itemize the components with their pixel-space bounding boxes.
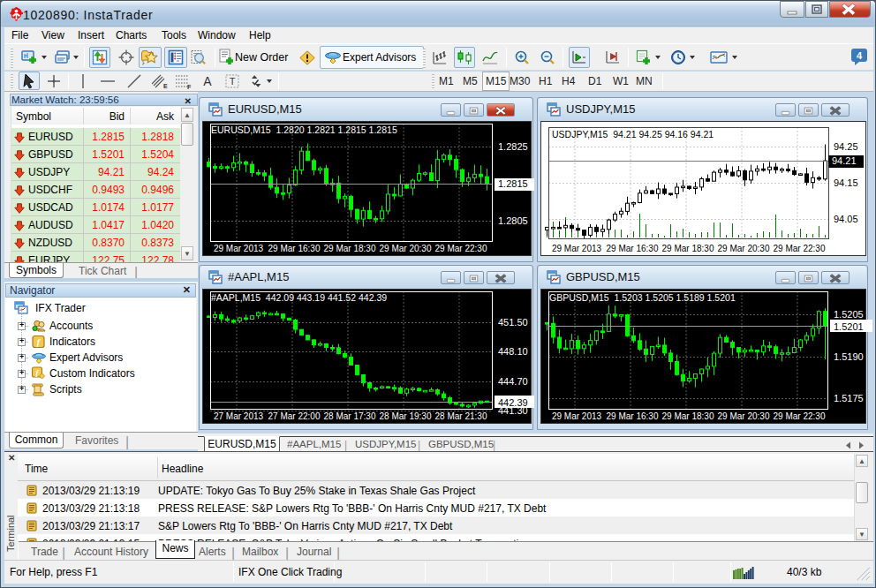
- svg-text:1.5205: 1.5205: [834, 309, 864, 320]
- svg-text:94.21: 94.21: [832, 155, 857, 166]
- svg-text:A: A: [203, 74, 212, 88]
- svg-text:448.10: 448.10: [498, 346, 528, 357]
- svg-text:1.5190: 1.5190: [834, 351, 864, 362]
- svg-text:1.2825: 1.2825: [498, 141, 528, 152]
- svg-text:1.2815: 1.2815: [498, 178, 528, 189]
- svg-text:E: E: [163, 83, 168, 89]
- svg-text:F: F: [187, 84, 192, 90]
- svg-text:442.39: 442.39: [498, 397, 528, 408]
- svg-text:94.05: 94.05: [834, 214, 858, 224]
- svg-text:94.15: 94.15: [834, 177, 858, 188]
- svg-text:94.25: 94.25: [834, 141, 858, 152]
- svg-text:1.2805: 1.2805: [498, 215, 528, 226]
- svg-text:T: T: [230, 76, 236, 87]
- svg-text:1.5175: 1.5175: [834, 393, 864, 403]
- svg-text:4: 4: [857, 50, 863, 61]
- svg-text:451.50: 451.50: [498, 317, 528, 328]
- svg-text:1.5201: 1.5201: [834, 321, 864, 332]
- svg-text:444.70: 444.70: [498, 376, 528, 387]
